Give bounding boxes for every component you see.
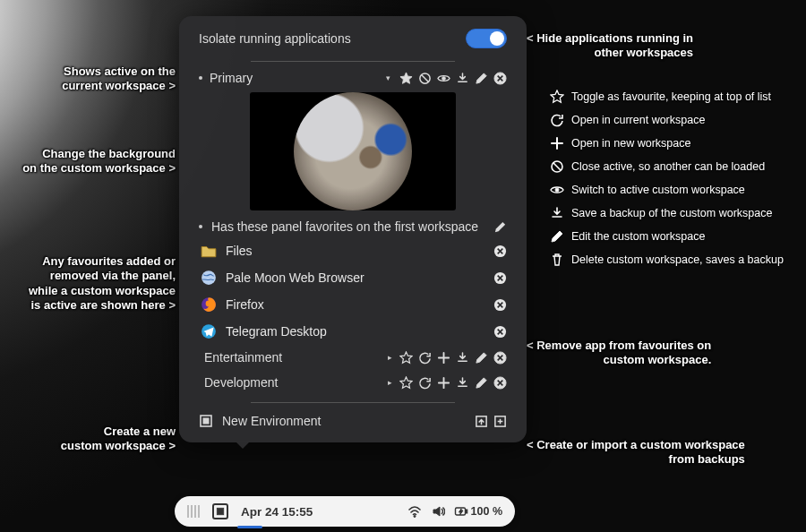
legend-text: Close active, so another can be loaded (571, 160, 765, 173)
files-icon (201, 243, 217, 259)
telegram-icon (201, 323, 217, 339)
favorites-header-row: Has these panel favorites on the first w… (179, 216, 527, 237)
legend-row: Close active, so another can be loaded (550, 159, 784, 174)
edit-pencil-icon[interactable] (475, 72, 488, 85)
new-environment-row[interactable]: New Environment (179, 407, 527, 432)
wifi-icon[interactable] (407, 504, 422, 519)
eye-icon (550, 183, 564, 197)
legend-text: Switch to active custom workspace (571, 184, 745, 196)
icon-legend: Toggle as favourite, keeping at top of l… (550, 90, 784, 267)
annotation-remove-fav: < Remove app from favourites on custom w… (527, 339, 711, 368)
annotation-change-bg: Change the background on the custom work… (22, 147, 176, 176)
group-entertainment[interactable]: Entertainment ▸ (179, 345, 527, 370)
isolate-switch[interactable] (466, 29, 507, 48)
battery-icon (454, 504, 468, 519)
expand-caret-icon[interactable]: ▸ (388, 378, 392, 387)
open-new-plus-icon[interactable] (437, 351, 450, 365)
download-icon (550, 206, 564, 220)
legend-row: Open in current workspace (550, 113, 784, 127)
favorite-firefox[interactable]: Firefox (179, 291, 527, 318)
active-indicator-dot (199, 76, 202, 80)
delete-close-icon[interactable] (493, 72, 507, 85)
save-backup-icon[interactable] (456, 72, 469, 85)
plus-icon (550, 136, 564, 150)
favorite-palemoon[interactable]: Pale Moon Web Browser (179, 264, 527, 291)
remove-favorite-icon[interactable] (493, 271, 507, 285)
clock[interactable]: Apr 24 15:55 (241, 505, 313, 519)
group-development[interactable]: Development ▸ (179, 370, 527, 395)
annotation-create-new: Create a new custom workspace > (61, 425, 176, 454)
favorite-star-icon[interactable] (399, 376, 413, 390)
save-backup-icon[interactable] (456, 351, 469, 365)
group-action-icons (399, 376, 507, 390)
remove-favorite-icon[interactable] (493, 245, 507, 258)
workspace-popup: Isolate running applications Primary ▾ H… (179, 16, 527, 442)
annotation-favs-added: Any favourites added or removed via the … (29, 254, 176, 313)
refresh-icon (550, 113, 564, 127)
battery-indicator[interactable]: 100 % (454, 504, 502, 519)
refresh-icon[interactable] (418, 376, 432, 390)
legend-text: Edit the custom workspace (571, 230, 705, 243)
separator (251, 402, 455, 403)
legend-text: Toggle as favourite, keeping at top of l… (571, 90, 771, 103)
refresh-icon[interactable] (418, 351, 432, 365)
favorite-files[interactable]: Files (179, 237, 527, 264)
switch-eye-icon[interactable] (437, 72, 450, 85)
create-new-icon[interactable] (493, 415, 507, 428)
remove-favorite-icon[interactable] (493, 298, 507, 312)
legend-text: Open in new workspace (571, 137, 690, 150)
annotation-active-ws: Shows active on the current workspace > (62, 64, 176, 94)
expand-caret-icon[interactable]: ▸ (388, 353, 392, 362)
annotation-hide-apps: < Hide applications running in other wor… (527, 31, 693, 61)
close-forbid-icon[interactable] (418, 72, 432, 85)
legend-row: Toggle as favourite, keeping at top of l… (550, 90, 784, 104)
delete-close-icon[interactable] (493, 376, 507, 390)
moon-wallpaper-preview (294, 92, 412, 210)
favorite-telegram[interactable]: Telegram Desktop (179, 318, 527, 345)
annotation-create-import: < Create or import a custom workspace fr… (527, 438, 745, 468)
firefox-icon (201, 296, 217, 313)
forbid-icon (550, 159, 564, 174)
legend-row: Save a backup of the custom workspace (550, 206, 784, 220)
legend-row: Open in new workspace (550, 136, 784, 150)
taskbar-grip[interactable] (187, 505, 200, 518)
workspace-name: Primary (210, 71, 379, 85)
favorite-star-icon[interactable] (399, 351, 413, 365)
group-action-icons (399, 351, 507, 365)
battery-percent: 100 % (471, 505, 502, 518)
pencil-icon (550, 229, 564, 244)
favorites-header-text: Has these panel favorites on the first w… (211, 219, 484, 234)
group-label: Entertainment (204, 350, 381, 365)
bullet-dot (199, 225, 202, 228)
legend-text: Delete custom workspace, saves a backup (571, 253, 784, 266)
new-environment-label: New Environment (222, 414, 466, 428)
remove-favorite-icon[interactable] (493, 325, 507, 339)
favorite-label: Telegram Desktop (226, 324, 484, 339)
primary-workspace-row[interactable]: Primary ▾ (179, 65, 527, 90)
legend-row: Edit the custom workspace (550, 229, 784, 244)
edit-favorites-icon[interactable] (493, 220, 507, 234)
open-new-plus-icon[interactable] (437, 376, 450, 390)
delete-close-icon[interactable] (493, 351, 507, 365)
import-backup-icon[interactable] (475, 415, 488, 428)
legend-row: Switch to active custom workspace (550, 183, 784, 197)
favorite-label: Firefox (226, 297, 484, 312)
workspace-thumbnail[interactable] (250, 92, 456, 210)
volume-icon[interactable] (431, 504, 445, 519)
workspace-action-icons (399, 72, 507, 85)
dropdown-caret-icon[interactable]: ▾ (386, 73, 390, 82)
edit-pencil-icon[interactable] (475, 376, 488, 390)
isolate-label: Isolate running applications (199, 31, 351, 46)
legend-text: Open in current workspace (571, 114, 705, 126)
favorite-label: Pale Moon Web Browser (226, 270, 484, 285)
favorite-star-icon[interactable] (399, 72, 413, 85)
legend-text: Save a backup of the custom workspace (571, 207, 772, 219)
svg-rect-14 (217, 508, 224, 515)
workspace-indicator-button[interactable] (212, 503, 228, 519)
palemoon-icon (201, 270, 217, 286)
save-backup-icon[interactable] (456, 376, 469, 390)
edit-pencil-icon[interactable] (475, 351, 488, 365)
separator (251, 61, 455, 62)
group-label: Development (204, 375, 381, 390)
system-tray: 100 % (407, 504, 502, 519)
